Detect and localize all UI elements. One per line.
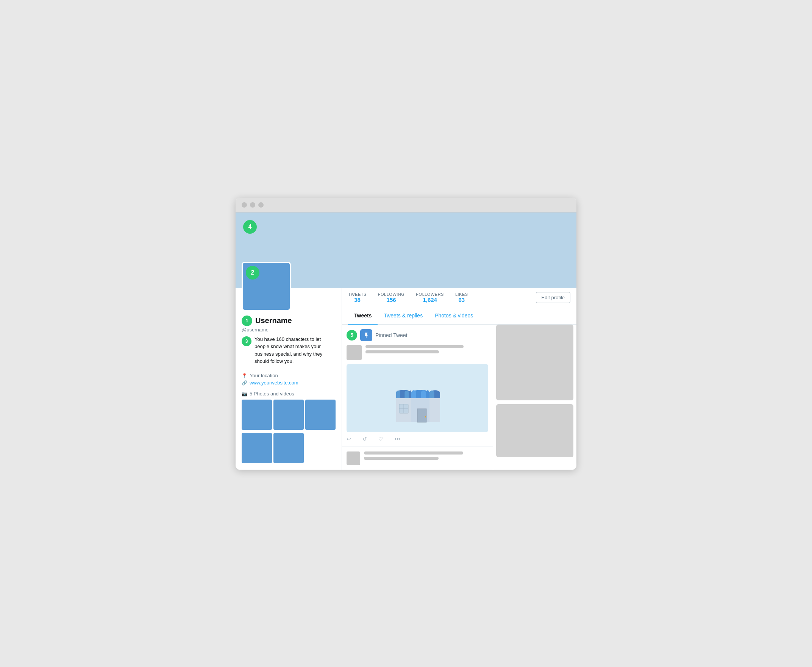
window-dot-2 [250,202,255,207]
svg-rect-3 [429,398,440,422]
tweet-text-lines-2 [364,451,488,465]
location-icon [242,373,247,378]
text-line-1 [365,345,464,348]
tab-photos-videos[interactable]: Photos & videos [429,307,479,325]
tweet-preview [342,447,493,470]
followers-value: 1,624 [416,297,444,303]
tweet-avatar-sm [346,451,360,465]
text-line-3 [364,451,463,455]
photos-grid-row2 [242,433,336,463]
sidebar-card-1 [496,325,573,400]
pinned-label: Pinned Tweet [375,332,408,338]
stats-bar: TWEETS 38 FOLLOWING 156 FOLLOWERS 1,624 … [342,288,577,307]
photo-thumb-5[interactable] [273,433,304,463]
cover-badge: 4 [243,220,257,234]
tab-tweets-replies[interactable]: Tweets & replies [378,307,429,325]
photos-grid-row1 [242,400,336,431]
tweets-column: 5 Pinned Tweet [342,325,493,470]
profile-area: 2 1 Username @username 3 You have 160 ch… [235,288,577,470]
svg-point-6 [425,416,426,417]
pin-icon [360,329,372,341]
pinned-badge-5: 5 [346,330,357,340]
like-button[interactable]: ♡ [378,436,383,442]
sidebar-card-2 [496,404,573,457]
following-value: 156 [378,297,405,303]
photo-thumb-1[interactable] [242,400,272,430]
left-column: 2 1 Username @username 3 You have 160 ch… [235,288,341,470]
profile-handle: @username [242,327,336,333]
window-dot-3 [258,202,263,207]
tab-tweets[interactable]: Tweets [348,307,378,325]
text-line-2 [365,350,439,353]
stat-tweets: TWEETS 38 [348,292,366,303]
following-label: FOLLOWING [378,292,405,297]
main-column: TWEETS 38 FOLLOWING 156 FOLLOWERS 1,624 … [341,288,577,470]
stat-likes: LIKES 63 [455,292,468,303]
camera-icon [242,391,247,397]
location-text: Your location [250,373,278,378]
edit-profile-button[interactable]: Edit profile [536,292,570,303]
pinned-tweet-header: 5 Pinned Tweet [346,329,488,341]
photos-section: 5 Photos and videos [242,391,336,463]
link-icon [242,380,247,386]
profile-name: Username [255,316,292,325]
tweet-text-lines [365,345,488,360]
stat-followers: FOLLOWERS 1,624 [416,292,444,303]
svg-rect-4 [418,409,426,422]
website-link[interactable]: www.yourwebsite.com [250,380,298,386]
profile-bio: You have 160 characters to let people kn… [255,335,336,365]
tweet-image [346,364,488,432]
window-dot-1 [242,202,247,207]
tabs-bar: Tweets Tweets & replies Photos & videos [342,307,577,325]
profile-website[interactable]: www.yourwebsite.com [242,380,336,386]
reply-button[interactable]: ↩ [346,436,351,442]
photos-label-text: 5 Photos and videos [250,391,294,397]
name-badge-1: 1 [242,315,252,326]
likes-label: LIKES [455,292,468,297]
tweets-label: TWEETS [348,292,366,297]
browser-titlebar [235,198,577,212]
profile-location: Your location [242,373,336,378]
bio-badge-3: 3 [242,336,252,346]
text-line-4 [364,457,439,460]
followers-label: FOLLOWERS [416,292,444,297]
photo-thumb-3[interactable] [305,400,336,430]
avatar-wrapper: 2 [242,262,336,311]
more-button[interactable]: ••• [394,436,400,442]
photo-thumb-2[interactable] [273,400,304,430]
tweet-avatar [346,345,362,360]
retweet-button[interactable]: ↺ [363,436,367,442]
right-sidebar [493,325,577,470]
tweet-content [346,345,488,360]
browser-window: 4 2 1 Username @username [235,198,577,470]
avatar-badge: 2 [246,266,259,280]
stat-following: FOLLOWING 156 [378,292,405,303]
twitter-page: 4 2 1 Username @username [235,212,577,470]
pinned-tweet-section: 5 Pinned Tweet [342,325,493,447]
content-area: 5 Pinned Tweet [342,325,577,470]
photos-label: 5 Photos and videos [242,391,336,397]
photo-thumb-4[interactable] [242,433,272,463]
likes-value: 63 [455,297,468,303]
tweet-actions: ↩ ↺ ♡ ••• [346,436,488,442]
tweets-value: 38 [348,297,366,303]
avatar[interactable]: 2 [242,262,291,311]
